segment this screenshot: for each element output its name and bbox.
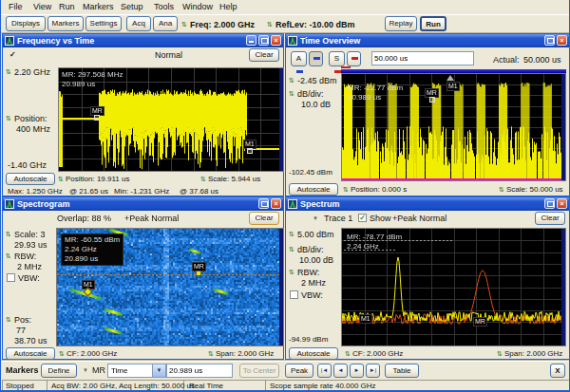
freq-vs-time-titlebar[interactable]: Frequency vs Time × bbox=[3, 34, 283, 47]
marker-position-input[interactable] bbox=[166, 364, 233, 378]
markers-button[interactable]: Markers bbox=[48, 16, 84, 31]
analysis-length-input[interactable] bbox=[371, 51, 474, 65]
run-button[interactable]: Run bbox=[420, 16, 446, 31]
dbdiv-adjust-icon[interactable]: ⇅ bbox=[289, 90, 294, 98]
trace-dropdown-icon[interactable]: ▼ bbox=[313, 215, 318, 221]
dbdiv-adjust-icon[interactable]: ⇅ bbox=[289, 246, 294, 253]
scale-adjust-icon[interactable]: ⇅ bbox=[6, 68, 11, 76]
replay-button[interactable]: Replay bbox=[385, 16, 417, 31]
spectrum-plot[interactable]: MR: -78.77 dBm 2.24 GHz M1 MR bbox=[341, 228, 566, 346]
marker-mr-handle[interactable] bbox=[94, 115, 100, 121]
time-overview-plot[interactable]: MR: -22.77 dBm 20.989 us MR M1 bbox=[341, 73, 566, 181]
marker-select-dropdown-icon[interactable]: ▼ bbox=[83, 367, 88, 373]
ana-button[interactable]: Ana bbox=[153, 16, 178, 31]
acq-button[interactable]: Acq bbox=[126, 16, 151, 31]
scale-readout-adjust-icon[interactable]: ⇅ bbox=[200, 176, 206, 183]
y-top-label: 2.20 GHz bbox=[14, 67, 50, 77]
vbw-checkbox[interactable] bbox=[290, 290, 298, 299]
close-icon[interactable]: × bbox=[557, 198, 567, 209]
autoscale-button[interactable]: Autoscale bbox=[289, 183, 338, 196]
marker-m1-handle[interactable] bbox=[247, 148, 253, 154]
run-state-label: Stopped bbox=[6, 382, 34, 390]
reflev-adjust-icon[interactable]: ⇅ bbox=[267, 21, 273, 28]
freq-readout: Freq: 2.000 GHz bbox=[190, 20, 255, 29]
close-icon[interactable]: × bbox=[271, 198, 281, 209]
spectrum-length-auto-button[interactable]: S bbox=[329, 51, 345, 66]
trace-check-icon[interactable]: ✓ bbox=[10, 50, 16, 59]
restore-button[interactable] bbox=[258, 198, 269, 209]
reflevel-adjust-icon[interactable]: ⇅ bbox=[289, 231, 294, 238]
minimize-button[interactable] bbox=[246, 35, 256, 46]
menu-run[interactable]: Run bbox=[59, 2, 75, 11]
close-icon[interactable]: × bbox=[271, 35, 281, 46]
scale-adjust-icon[interactable]: ⇅ bbox=[6, 231, 11, 238]
menu-tools[interactable]: Tools bbox=[154, 2, 174, 11]
top-level-adjust-icon[interactable]: ⇅ bbox=[289, 77, 294, 84]
close-icon[interactable]: × bbox=[557, 35, 567, 46]
restore-button[interactable] bbox=[544, 35, 555, 46]
marker-mr-label[interactable]: MR bbox=[473, 317, 487, 327]
clear-button[interactable]: Clear bbox=[535, 212, 565, 225]
menu-window[interactable]: Window bbox=[182, 2, 213, 11]
time-overview-titlebar[interactable]: Time Overview × bbox=[286, 34, 569, 47]
y-bottom-label: -1.40 GHz bbox=[8, 160, 47, 170]
span-adjust-icon[interactable]: ⇅ bbox=[497, 350, 503, 358]
marker-domain-value: Time bbox=[111, 366, 127, 375]
position-adjust-icon[interactable]: ⇅ bbox=[6, 115, 11, 122]
peak-right-button[interactable]: ► bbox=[350, 364, 364, 378]
marker-mr-handle[interactable] bbox=[196, 271, 201, 276]
autoscale-button[interactable]: Autoscale bbox=[6, 173, 55, 185]
clear-button[interactable]: Clear bbox=[249, 212, 279, 225]
define-button[interactable]: Define bbox=[41, 364, 77, 378]
peak-first-left-button[interactable]: |◄ bbox=[317, 364, 332, 378]
span-adjust-icon[interactable]: ⇅ bbox=[208, 350, 214, 358]
autoscale-button[interactable]: Autoscale bbox=[289, 347, 338, 360]
spectrogram-scrollbar[interactable] bbox=[279, 229, 283, 345]
scale-adjust-icon[interactable]: ⇅ bbox=[499, 186, 504, 194]
peak-button[interactable]: Peak bbox=[285, 364, 314, 378]
settings-button[interactable]: Settings bbox=[86, 16, 122, 31]
peak-left-button[interactable]: ◄ bbox=[333, 364, 348, 378]
spectrogram-plot[interactable]: MR: -60.55 dBm 2.24 GHz 20.890 us MR M1 bbox=[56, 228, 284, 346]
spectrum-titlebar[interactable]: Spectrum × bbox=[286, 197, 569, 211]
menu-setup[interactable]: Setup bbox=[121, 2, 143, 11]
chevron-down-icon[interactable]: ▼ bbox=[152, 364, 165, 377]
analysis-length-button[interactable] bbox=[309, 51, 323, 66]
dbdiv-value: 10.0 dB bbox=[301, 100, 331, 109]
detection-mode-label: +Peak Normal bbox=[124, 214, 179, 223]
marker-m1-label[interactable]: M1 bbox=[446, 82, 460, 91]
cf-adjust-icon[interactable]: ⇅ bbox=[59, 350, 65, 358]
spectrum-time-indicator[interactable] bbox=[341, 66, 351, 68]
close-markers-bar-button[interactable]: X bbox=[550, 364, 565, 378]
table-button[interactable]: Table bbox=[385, 364, 419, 378]
spectrum-length-button[interactable] bbox=[347, 51, 361, 66]
clear-button[interactable]: Clear bbox=[249, 48, 279, 62]
menu-file[interactable]: File bbox=[9, 2, 23, 11]
position-adjust-icon[interactable]: ⇅ bbox=[343, 186, 349, 194]
freq-adjust-icon[interactable]: ⇅ bbox=[181, 21, 187, 28]
menu-markers[interactable]: Markers bbox=[83, 2, 114, 11]
panel-title: Frequency vs Time bbox=[17, 36, 94, 46]
spectrogram-titlebar[interactable]: Spectrogram × bbox=[3, 197, 283, 211]
marker-m1-label[interactable]: M1 bbox=[359, 314, 372, 324]
marker-mr-handle[interactable] bbox=[429, 97, 435, 103]
menu-view[interactable]: View bbox=[33, 2, 51, 11]
menu-help[interactable]: Help bbox=[219, 2, 238, 11]
analysis-length-auto-button[interactable]: A bbox=[291, 51, 307, 66]
to-center-button[interactable]: To Center bbox=[239, 364, 279, 378]
peak-last-right-button[interactable]: ►| bbox=[366, 364, 380, 378]
rbw-adjust-icon[interactable]: ⇅ bbox=[6, 252, 11, 260]
show-checkbox[interactable]: ✓ bbox=[358, 214, 367, 222]
vbw-checkbox[interactable] bbox=[7, 273, 15, 282]
autoscale-button[interactable]: Autoscale bbox=[6, 347, 55, 360]
rbw-adjust-icon[interactable]: ⇅ bbox=[289, 269, 294, 276]
restore-button[interactable] bbox=[258, 35, 269, 46]
position-readout-adjust-icon[interactable]: ⇅ bbox=[58, 176, 64, 183]
pos-adjust-icon[interactable]: ⇅ bbox=[6, 316, 11, 324]
marker-domain-select[interactable]: Time ▼ bbox=[107, 364, 166, 378]
panel-title: Spectrum bbox=[300, 199, 340, 209]
restore-button[interactable] bbox=[544, 198, 555, 209]
displays-button[interactable]: Displays bbox=[6, 16, 46, 31]
freq-vs-time-plot[interactable]: MR: 297.508 MHz 20.989 us MR M1 bbox=[58, 67, 284, 172]
cf-adjust-icon[interactable]: ⇅ bbox=[345, 350, 351, 358]
